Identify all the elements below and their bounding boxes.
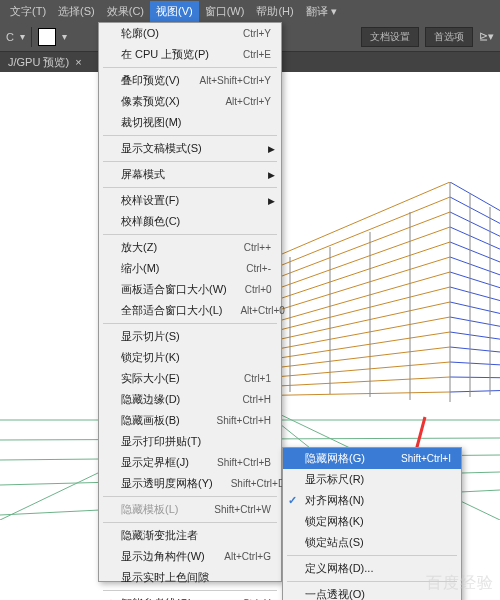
dropdown-icon[interactable]: ▾ bbox=[20, 31, 25, 42]
menu-item-label: 隐藏画板(B) bbox=[121, 413, 199, 428]
menu-item[interactable]: 显示边角构件(W)Alt+Ctrl+G bbox=[99, 546, 281, 567]
menu-item[interactable]: 锁定切片(K) bbox=[99, 347, 281, 368]
close-icon[interactable]: × bbox=[75, 56, 81, 68]
shortcut: Ctrl+- bbox=[246, 263, 271, 274]
menu-item-label: 叠印预览(V) bbox=[121, 73, 182, 88]
menu-item[interactable]: 实际大小(E)Ctrl+1 bbox=[99, 368, 281, 389]
menu-w[interactable]: 窗口(W) bbox=[199, 1, 251, 22]
toolbar-icon[interactable]: ⊵▾ bbox=[479, 30, 494, 43]
menu-item[interactable]: 锁定网格(K) bbox=[283, 511, 461, 532]
svg-line-24 bbox=[450, 317, 500, 330]
menu-item-label: 对齐网格(N) bbox=[305, 493, 451, 508]
separator bbox=[287, 555, 457, 556]
menu-item[interactable]: 裁切视图(M) bbox=[99, 112, 281, 133]
separator bbox=[103, 590, 277, 591]
check-icon: ✓ bbox=[288, 494, 297, 507]
menu-item-label: 隐藏网格(G) bbox=[305, 451, 383, 466]
separator bbox=[103, 187, 277, 188]
svg-line-23 bbox=[450, 302, 500, 318]
label-c: C bbox=[6, 31, 14, 43]
separator bbox=[31, 27, 32, 47]
menu-item-label: 轮廓(O) bbox=[121, 26, 225, 41]
menu-item-label: 显示标尺(R) bbox=[305, 472, 451, 487]
dropdown-icon[interactable]: ▾ bbox=[62, 31, 67, 42]
svg-line-25 bbox=[450, 332, 500, 342]
menu-item[interactable]: 轮廓(O)Ctrl+Y bbox=[99, 23, 281, 44]
menu-item[interactable]: 隐藏画板(B)Shift+Ctrl+H bbox=[99, 410, 281, 431]
menu-h[interactable]: 帮助(H) bbox=[250, 1, 299, 22]
svg-line-21 bbox=[450, 272, 500, 294]
menu-item-label: 智能参考线(Q) bbox=[121, 596, 224, 600]
menu-item[interactable]: 显示实时上色间隙 bbox=[99, 567, 281, 588]
color-swatch[interactable] bbox=[38, 28, 56, 46]
shortcut: Alt+Ctrl+G bbox=[224, 551, 271, 562]
menu-item[interactable]: ✓智能参考线(Q)Ctrl+U bbox=[99, 593, 281, 600]
menu-item[interactable]: 锁定站点(S) bbox=[283, 532, 461, 553]
menu-item[interactable]: 屏幕模式▶ bbox=[99, 164, 281, 185]
prefs-button[interactable]: 首选项 bbox=[425, 27, 473, 47]
menu-item[interactable]: 显示切片(S) bbox=[99, 326, 281, 347]
menu-item[interactable]: 隐藏网格(G)Shift+Ctrl+I bbox=[283, 448, 461, 469]
menu-item[interactable]: 显示打印拼贴(T) bbox=[99, 431, 281, 452]
menu-item[interactable]: 隐藏渐变批注者 bbox=[99, 525, 281, 546]
menu-item[interactable]: 缩小(M)Ctrl+- bbox=[99, 258, 281, 279]
shortcut: Shift+Ctrl+B bbox=[217, 457, 271, 468]
shortcut: Shift+Ctrl+W bbox=[214, 504, 271, 515]
menu-item[interactable]: 校样颜色(C) bbox=[99, 211, 281, 232]
separator bbox=[103, 522, 277, 523]
svg-line-29 bbox=[450, 390, 500, 392]
menu-item-label: 在 CPU 上预览(P) bbox=[121, 47, 225, 62]
menu-item-label: 缩小(M) bbox=[121, 261, 228, 276]
menu-item[interactable]: 显示文稿模式(S)▶ bbox=[99, 138, 281, 159]
shortcut: Ctrl+0 bbox=[245, 284, 272, 295]
view-menu: 轮廓(O)Ctrl+Y在 CPU 上预览(P)Ctrl+E叠印预览(V)Alt+… bbox=[98, 22, 282, 582]
menu-item-label: 显示透明度网格(Y) bbox=[121, 476, 213, 491]
menu-item-label: 显示文稿模式(S) bbox=[121, 141, 271, 156]
menu-item[interactable]: 校样设置(F)▶ bbox=[99, 190, 281, 211]
menu-item-label: 锁定切片(K) bbox=[121, 350, 271, 365]
menu-[interactable]: 翻译 ▾ bbox=[300, 1, 343, 22]
separator bbox=[103, 496, 277, 497]
svg-line-18 bbox=[450, 227, 500, 258]
menu-item-label: 显示切片(S) bbox=[121, 329, 271, 344]
menu-item-label: 显示打印拼贴(T) bbox=[121, 434, 271, 449]
menu-c[interactable]: 效果(C) bbox=[101, 1, 150, 22]
menu-item[interactable]: 显示定界框(J)Shift+Ctrl+B bbox=[99, 452, 281, 473]
menu-item-label: 锁定站点(S) bbox=[305, 535, 451, 550]
submenu-arrow-icon: ▶ bbox=[268, 170, 275, 180]
docset-button[interactable]: 文档设置 bbox=[361, 27, 419, 47]
menu-item[interactable]: 画板适合窗口大小(W)Ctrl+0 bbox=[99, 279, 281, 300]
menu-item-label: 裁切视图(M) bbox=[121, 115, 271, 130]
shortcut: Shift+Ctrl+D bbox=[231, 478, 285, 489]
shortcut: Shift+Ctrl+H bbox=[217, 415, 271, 426]
svg-line-17 bbox=[450, 212, 500, 246]
menu-item-label: 实际大小(E) bbox=[121, 371, 226, 386]
watermark: 百度经验 bbox=[426, 573, 494, 594]
menu-item[interactable]: 像素预览(X)Alt+Ctrl+Y bbox=[99, 91, 281, 112]
menu-item-label: 显示定界框(J) bbox=[121, 455, 199, 470]
menu-item[interactable]: ✓对齐网格(N) bbox=[283, 490, 461, 511]
menu-item-label: 校样设置(F) bbox=[121, 193, 271, 208]
menu-item: 隐藏模板(L)Shift+Ctrl+W bbox=[99, 499, 281, 520]
menu-item-label: 像素预览(X) bbox=[121, 94, 207, 109]
menu-item[interactable]: 显示标尺(R) bbox=[283, 469, 461, 490]
menu-item[interactable]: 显示透明度网格(Y)Shift+Ctrl+D bbox=[99, 473, 281, 494]
menu-item-label: 显示实时上色间隙 bbox=[121, 570, 271, 585]
menu-s[interactable]: 选择(S) bbox=[52, 1, 101, 22]
menu-v[interactable]: 视图(V) bbox=[150, 1, 199, 22]
menu-item-label: 屏幕模式 bbox=[121, 167, 271, 182]
menu-item[interactable]: 在 CPU 上预览(P)Ctrl+E bbox=[99, 44, 281, 65]
svg-line-22 bbox=[450, 287, 500, 306]
menu-item[interactable]: 放大(Z)Ctrl++ bbox=[99, 237, 281, 258]
submenu-arrow-icon: ▶ bbox=[268, 196, 275, 206]
shortcut: Shift+Ctrl+I bbox=[401, 453, 451, 464]
menu-item[interactable]: 叠印预览(V)Alt+Shift+Ctrl+Y bbox=[99, 70, 281, 91]
shortcut: Alt+Shift+Ctrl+Y bbox=[200, 75, 271, 86]
menu-item-label: 隐藏边缘(D) bbox=[121, 392, 224, 407]
menu-item[interactable]: 全部适合窗口大小(L)Alt+Ctrl+0 bbox=[99, 300, 281, 321]
menu-item-label: 锁定网格(K) bbox=[305, 514, 451, 529]
menu-item-label: 全部适合窗口大小(L) bbox=[121, 303, 222, 318]
separator bbox=[103, 67, 277, 68]
menu-t[interactable]: 文字(T) bbox=[4, 1, 52, 22]
menu-item[interactable]: 隐藏边缘(D)Ctrl+H bbox=[99, 389, 281, 410]
